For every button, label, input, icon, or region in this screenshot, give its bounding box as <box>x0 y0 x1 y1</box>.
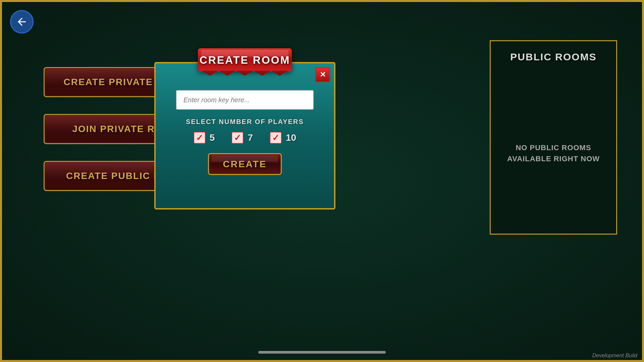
player-count-10: 10 <box>286 132 296 143</box>
modal-title-ribbon: CREATE ROOM <box>198 48 292 72</box>
create-button-label: CREATE <box>223 159 267 170</box>
room-key-input[interactable] <box>176 90 314 110</box>
back-arrow-icon <box>16 16 28 28</box>
modal-close-button[interactable]: ✕ <box>315 67 330 82</box>
create-room-modal: CREATE ROOM ✕ SELECT NUMBER OF PLAYERS 5… <box>154 62 335 209</box>
close-icon: ✕ <box>320 70 326 79</box>
back-button[interactable] <box>10 10 34 34</box>
player-option-7[interactable]: 7 <box>231 132 253 144</box>
public-rooms-empty-state: NO PUBLIC ROOMSAVAILABLE RIGHT NOW <box>500 73 606 234</box>
public-rooms-panel: PUBLIC ROOMS NO PUBLIC ROOMSAVAILABLE RI… <box>490 40 617 235</box>
public-rooms-empty-message: NO PUBLIC ROOMSAVAILABLE RIGHT NOW <box>507 142 600 164</box>
player-count-7: 7 <box>248 132 253 143</box>
create-button[interactable]: CREATE <box>208 153 282 175</box>
player-option-10[interactable]: 10 <box>270 132 296 144</box>
modal-title-banner: CREATE ROOM <box>198 45 292 75</box>
dev-build-label: Development Build <box>592 353 637 359</box>
player-count-label: SELECT NUMBER OF PLAYERS <box>186 118 304 126</box>
player-option-5[interactable]: 5 <box>194 132 215 144</box>
player-count-5: 5 <box>210 132 215 143</box>
checkbox-10[interactable] <box>270 132 282 144</box>
modal-title: CREATE ROOM <box>200 54 290 66</box>
player-options: 5 7 10 <box>194 132 296 144</box>
checkbox-5[interactable] <box>194 132 206 144</box>
public-rooms-title: PUBLIC ROOMS <box>503 41 603 73</box>
checkbox-7[interactable] <box>231 132 244 144</box>
bottom-bar <box>258 351 386 354</box>
